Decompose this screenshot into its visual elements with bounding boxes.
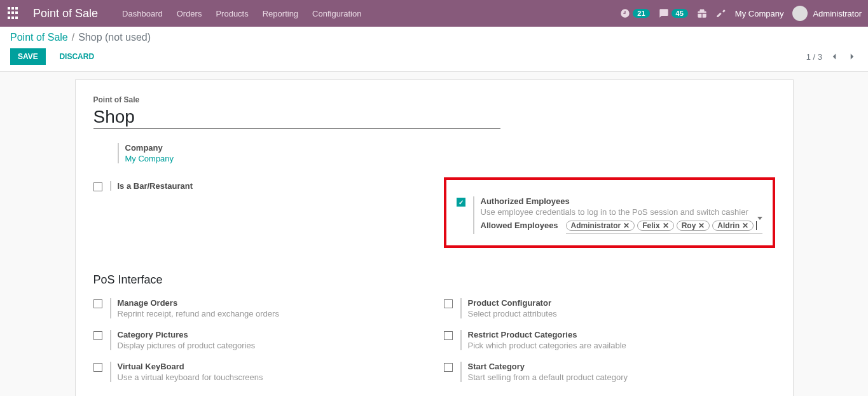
nav-links: Dashboard Orders Products Reporting Conf… [122, 9, 361, 18]
form-sheet: Point of Sale Company My Company Is a Ba… [75, 79, 794, 396]
chat-icon [659, 8, 669, 18]
start-category-desc: Start selling from a default product cat… [468, 372, 775, 382]
product-configurator-desc: Select product attributes [468, 309, 775, 318]
tag-remove-icon[interactable]: ✕ [698, 221, 705, 230]
start-category-checkbox[interactable] [444, 363, 453, 372]
activity-count: 21 [633, 9, 649, 18]
pager: 1 / 3 [806, 51, 858, 62]
allowed-employees-label: Allowed Employees [481, 221, 558, 230]
app-title[interactable]: Point of Sale [33, 7, 98, 20]
apps-icon[interactable] [6, 6, 22, 21]
tag-remove-icon[interactable]: ✕ [623, 221, 630, 230]
tag-remove-icon[interactable]: ✕ [742, 221, 748, 230]
auth-employees-desc: Use employee credentials to log in to th… [481, 207, 762, 217]
restrict-categories-checkbox[interactable] [444, 331, 453, 340]
product-configurator-title: Product Configurator [468, 298, 775, 308]
manage-orders-title: Manage Orders [118, 298, 425, 308]
auth-employees-title: Authorized Employees [481, 196, 762, 206]
pager-next-icon[interactable] [846, 51, 858, 62]
is-bar-checkbox[interactable] [93, 182, 102, 191]
pos-name-label: Point of Sale [93, 95, 775, 104]
tag-aldrin[interactable]: Aldrin✕ [712, 221, 754, 231]
gift-icon[interactable] [697, 8, 707, 18]
virtual-keyboard-desc: Use a virtual keyboard for touchscreens [118, 372, 425, 382]
allowed-employees-input[interactable]: Administrator✕ Felix✕ Roy✕ Aldrin✕ [566, 221, 762, 234]
avatar [792, 6, 808, 21]
company-link[interactable]: My Company [125, 154, 775, 163]
start-category-title: Start Category [468, 362, 775, 371]
save-button[interactable]: SAVE [10, 48, 46, 65]
breadcrumb-root[interactable]: Point of Sale [10, 32, 68, 43]
pos-name-input[interactable] [93, 107, 500, 127]
nav-link-reporting[interactable]: Reporting [263, 9, 298, 18]
tag-felix[interactable]: Felix✕ [637, 221, 673, 231]
tags-dropdown-caret[interactable] [757, 220, 762, 229]
category-pictures-title: Category Pictures [118, 330, 425, 339]
virtual-keyboard-checkbox[interactable] [93, 363, 102, 372]
nav-link-dashboard[interactable]: Dashboard [122, 9, 163, 18]
product-configurator-checkbox[interactable] [444, 299, 453, 308]
user-menu[interactable]: Administrator [792, 6, 862, 21]
nav-link-configuration[interactable]: Configuration [312, 9, 361, 18]
nav-link-products[interactable]: Products [216, 9, 248, 18]
section-pos-interface: PoS Interface [93, 273, 775, 287]
authorized-employees-highlight: Authorized Employees Use employee creden… [444, 177, 775, 248]
breadcrumb-sep: / [72, 32, 74, 43]
restrict-categories-title: Restrict Product Categories [468, 330, 775, 339]
breadcrumb-current: Shop (not used) [78, 32, 151, 43]
pager-text: 1 / 3 [806, 52, 822, 62]
manage-orders-checkbox[interactable] [93, 299, 102, 308]
tag-administrator[interactable]: Administrator✕ [566, 221, 635, 231]
is-bar-title: Is a Bar/Restaurant [118, 181, 425, 191]
manage-orders-desc: Reprint receipt, refund and exchange ord… [118, 309, 425, 318]
nav-link-orders[interactable]: Orders [177, 9, 202, 18]
user-name: Administrator [813, 9, 862, 18]
restrict-categories-desc: Pick which product categories are availa… [468, 341, 775, 350]
pager-prev-icon[interactable] [829, 51, 840, 62]
breadcrumb: Point of Sale / Shop (not used) [10, 32, 858, 43]
activity-badge[interactable]: 21 [620, 8, 649, 18]
clock-icon [620, 8, 630, 18]
control-bar: Point of Sale / Shop (not used) SAVE DIS… [0, 27, 868, 72]
wrench-icon[interactable] [716, 8, 726, 18]
company-selector[interactable]: My Company [735, 9, 784, 18]
company-label: Company [125, 143, 775, 153]
category-pictures-desc: Display pictures of product categories [118, 341, 425, 350]
virtual-keyboard-title: Virtual KeyBoard [118, 362, 425, 371]
top-navbar: Point of Sale Dashboard Orders Products … [0, 0, 868, 27]
category-pictures-checkbox[interactable] [93, 331, 102, 340]
tag-roy[interactable]: Roy✕ [677, 221, 710, 231]
messages-badge[interactable]: 45 [659, 8, 688, 18]
auth-employees-checkbox[interactable] [457, 198, 465, 207]
tag-remove-icon[interactable]: ✕ [663, 221, 669, 230]
discard-button[interactable]: DISCARD [52, 48, 102, 65]
messages-count: 45 [672, 9, 688, 18]
main-area: Point of Sale Company My Company Is a Ba… [0, 72, 868, 396]
